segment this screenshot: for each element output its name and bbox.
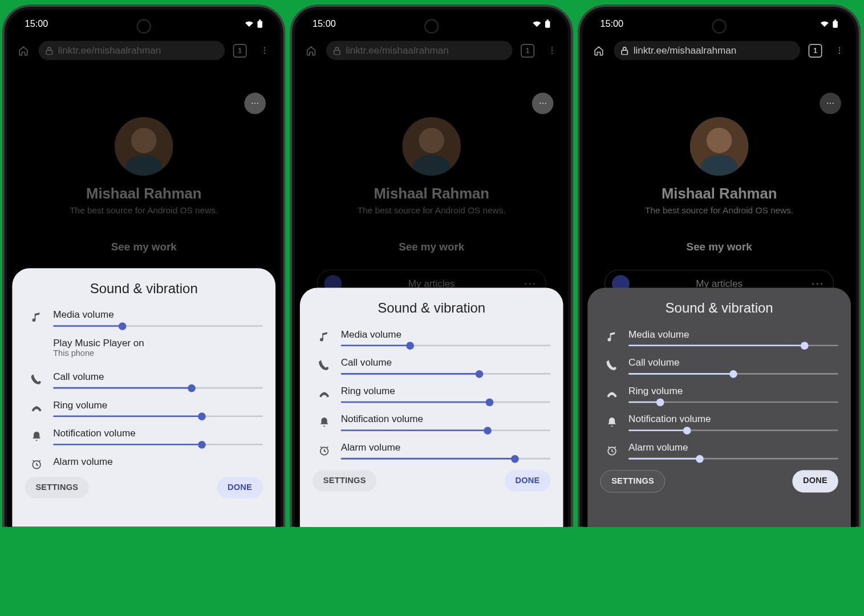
media-volume-slider[interactable] xyxy=(53,325,263,327)
ring-volume-slider[interactable] xyxy=(628,402,838,403)
alarm-volume-label: Alarm volume xyxy=(628,442,838,453)
settings-button[interactable]: SETTINGS xyxy=(601,470,666,492)
ring-volume-slider[interactable] xyxy=(53,415,263,417)
svg-rect-1 xyxy=(259,19,261,21)
url-text: linktr.ee/mishaalrahman xyxy=(634,45,737,56)
done-button[interactable]: DONE xyxy=(505,470,551,492)
svg-rect-4 xyxy=(545,21,550,28)
ring-volume-row: Ring volume xyxy=(313,385,550,403)
notification-volume-slider[interactable] xyxy=(341,429,551,431)
alarm-icon xyxy=(25,458,48,470)
done-button[interactable]: DONE xyxy=(792,470,838,492)
music-note-icon xyxy=(601,331,624,343)
url-bar[interactable]: linktr.ee/mishaalrahman xyxy=(614,41,800,60)
ring-icon xyxy=(601,388,624,399)
alarm-volume-slider[interactable] xyxy=(341,458,551,460)
notification-volume-slider[interactable] xyxy=(628,429,838,431)
camera-hole xyxy=(425,21,437,33)
notification-volume-slider[interactable] xyxy=(53,444,263,445)
call-volume-row: Call volume xyxy=(601,357,838,375)
settings-button[interactable]: SETTINGS xyxy=(25,477,89,499)
page-menu-button[interactable]: ⋯ xyxy=(820,92,841,114)
call-volume-label: Call volume xyxy=(341,357,551,368)
ring-volume-label: Ring volume xyxy=(628,385,838,396)
cast-target-value: This phone xyxy=(53,348,263,358)
alarm-volume-slider[interactable] xyxy=(628,458,838,460)
media-volume-row: Media volume xyxy=(601,329,838,346)
done-button[interactable]: DONE xyxy=(217,477,263,499)
call-volume-slider[interactable] xyxy=(628,373,838,375)
device-frame: Mishaal Rahman The best source for Andro… xyxy=(290,5,573,527)
phone-left: Mishaal Rahman The best source for Andro… xyxy=(0,0,287,526)
media-volume-row: Media volume xyxy=(25,309,263,327)
notification-volume-row: Notification volume xyxy=(25,428,263,445)
panel-title: Sound & vibration xyxy=(25,281,263,296)
alarm-volume-label: Alarm volume xyxy=(341,442,551,453)
page-menu-button[interactable]: ⋯ xyxy=(244,92,266,114)
url-bar[interactable]: linktr.ee/mishaalrahman xyxy=(39,41,225,60)
music-note-icon xyxy=(25,312,48,324)
panel-title: Sound & vibration xyxy=(313,301,550,316)
call-volume-row: Call volume xyxy=(25,371,263,389)
device-frame: Mishaal Rahman The best source for Andro… xyxy=(578,5,861,527)
notification-volume-label: Notification volume xyxy=(341,414,551,425)
screen: Mishaal Rahman The best source for Andro… xyxy=(295,10,568,526)
home-icon[interactable] xyxy=(14,41,33,59)
wifi-icon xyxy=(244,20,254,28)
settings-button[interactable]: SETTINGS xyxy=(313,470,376,492)
svg-rect-5 xyxy=(546,19,548,21)
media-volume-slider[interactable] xyxy=(341,345,551,346)
wifi-icon xyxy=(820,20,829,28)
phone-icon xyxy=(25,374,48,386)
svg-rect-10 xyxy=(622,50,627,55)
ring-icon xyxy=(25,403,48,414)
ring-volume-slider[interactable] xyxy=(341,402,551,403)
ring-volume-label: Ring volume xyxy=(341,385,551,396)
volume-panel: Sound & vibration Media volume Call volu… xyxy=(587,287,851,526)
call-volume-row: Call volume xyxy=(313,357,550,375)
tabs-button[interactable]: 1 xyxy=(518,41,537,59)
bell-icon xyxy=(313,416,336,428)
clock: 15:00 xyxy=(601,18,624,29)
svg-rect-0 xyxy=(257,21,262,28)
device-frame: Mishaal Rahman The best source for Andro… xyxy=(2,5,285,527)
wifi-icon xyxy=(532,20,542,28)
ring-volume-label: Ring volume xyxy=(53,399,263,411)
notification-volume-label: Notification volume xyxy=(53,428,263,439)
alarm-icon xyxy=(313,445,336,457)
call-volume-slider[interactable] xyxy=(53,387,263,389)
home-icon[interactable] xyxy=(302,41,320,59)
url-text: linktr.ee/mishaalrahman xyxy=(58,45,161,56)
tabs-button[interactable]: 1 xyxy=(230,41,249,59)
svg-rect-9 xyxy=(834,19,836,21)
phone-right: Mishaal Rahman The best source for Andro… xyxy=(575,0,863,526)
page-menu-button[interactable]: ⋯ xyxy=(532,92,554,114)
cast-target-label: Play Music Player on xyxy=(53,338,263,349)
call-volume-slider[interactable] xyxy=(341,373,551,375)
cast-target-row[interactable]: Play Music Player on This phone xyxy=(53,338,263,359)
alarm-volume-row: Alarm volume xyxy=(601,442,838,460)
camera-hole xyxy=(138,21,150,33)
lock-icon xyxy=(620,46,628,55)
svg-rect-6 xyxy=(334,50,340,55)
overflow-menu-icon[interactable]: ⋮ xyxy=(255,41,273,59)
svg-rect-2 xyxy=(46,50,52,55)
bell-icon xyxy=(25,431,48,443)
overflow-menu-icon[interactable]: ⋮ xyxy=(830,41,849,59)
phone-icon xyxy=(313,360,336,372)
notification-volume-row: Notification volume xyxy=(313,414,550,431)
browser-toolbar: linktr.ee/mishaalrahman 1 ⋮ xyxy=(583,37,856,64)
home-icon[interactable] xyxy=(590,41,608,59)
media-volume-label: Media volume xyxy=(53,309,263,321)
overflow-menu-icon[interactable]: ⋮ xyxy=(543,41,561,59)
alarm-volume-row: Alarm volume xyxy=(313,442,550,460)
battery-icon xyxy=(257,19,263,28)
tabs-button[interactable]: 1 xyxy=(806,41,824,59)
call-volume-label: Call volume xyxy=(53,371,263,383)
phone-icon xyxy=(601,360,624,372)
ring-icon xyxy=(313,388,336,399)
clock: 15:00 xyxy=(25,18,48,29)
media-volume-slider[interactable] xyxy=(628,345,838,346)
url-bar[interactable]: linktr.ee/mishaalrahman xyxy=(326,41,513,60)
panel-actions: SETTINGS DONE xyxy=(601,470,838,492)
